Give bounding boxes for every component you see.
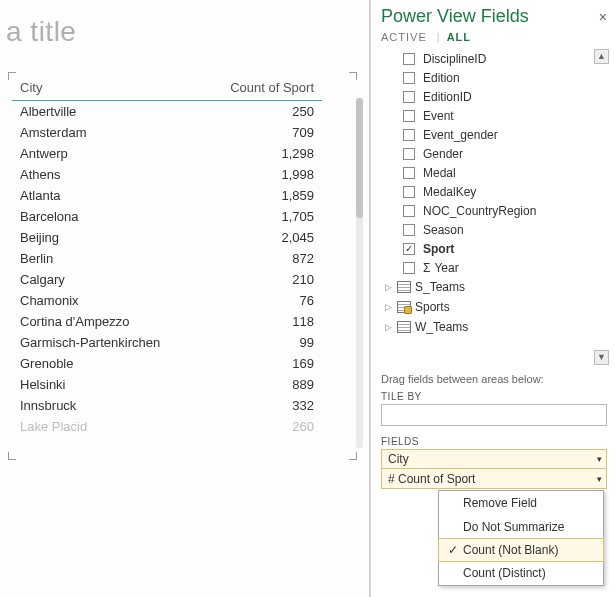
cell-city: Grenoble <box>12 353 201 374</box>
cell-count: 118 <box>201 311 322 332</box>
cell-count: 1,298 <box>201 143 322 164</box>
field-item[interactable]: ✓Sport <box>403 239 607 258</box>
data-table: City Count of Sport Albertville250Amster… <box>12 76 322 437</box>
checkbox-icon[interactable] <box>403 148 415 160</box>
cell-count: 1,859 <box>201 185 322 206</box>
table-row[interactable]: Innsbruck332 <box>12 395 322 416</box>
checkbox-icon[interactable] <box>403 72 415 84</box>
field-item[interactable]: Edition <box>403 68 607 87</box>
cell-city: Amsterdam <box>12 122 201 143</box>
cell-city: Athens <box>12 164 201 185</box>
field-item[interactable]: NOC_CountryRegion <box>403 201 607 220</box>
cell-city: Innsbruck <box>12 395 201 416</box>
checkbox-icon[interactable] <box>403 224 415 236</box>
cell-city: Antwerp <box>12 143 201 164</box>
tile-by-dropzone[interactable] <box>381 404 607 426</box>
checkbox-icon[interactable] <box>403 110 415 122</box>
checkbox-icon[interactable] <box>403 186 415 198</box>
fieldwell-item[interactable]: City▾ <box>381 449 607 469</box>
cell-city: Helsinki <box>12 374 201 395</box>
cell-count: 210 <box>201 269 322 290</box>
fieldwell-label: City <box>388 452 409 466</box>
column-header-count[interactable]: Count of Sport <box>201 76 322 101</box>
field-item[interactable]: EditionID <box>403 87 607 106</box>
dropdown-icon[interactable]: ▾ <box>597 454 602 464</box>
field-list-region: ▲ DisciplineIDEditionEditionIDEventEvent… <box>381 49 607 365</box>
field-item[interactable]: Medal <box>403 163 607 182</box>
table-icon <box>397 321 411 333</box>
table-row[interactable]: Berlin872 <box>12 248 322 269</box>
tab-all[interactable]: ALL <box>447 29 479 47</box>
field-item[interactable]: Season <box>403 220 607 239</box>
table-row[interactable]: Calgary210 <box>12 269 322 290</box>
table-visual[interactable]: City Count of Sport Albertville250Amster… <box>12 76 353 456</box>
table-row[interactable]: Chamonix76 <box>12 290 322 311</box>
context-menu-item[interactable]: ✓Count (Not Blank) <box>438 538 604 562</box>
table-viewport: City Count of Sport Albertville250Amster… <box>12 76 353 456</box>
expand-icon[interactable]: ▷ <box>385 282 395 292</box>
field-label: Sport <box>423 242 454 256</box>
table-row[interactable]: Helsinki889 <box>12 374 322 395</box>
field-item[interactable]: ΣYear <box>403 258 607 277</box>
checkbox-icon[interactable] <box>403 167 415 179</box>
checkbox-icon[interactable] <box>403 53 415 65</box>
table-row[interactable]: Beijing2,045 <box>12 227 322 248</box>
close-icon[interactable]: × <box>599 9 607 25</box>
field-item[interactable]: Event_gender <box>403 125 607 144</box>
table-row[interactable]: Atlanta1,859 <box>12 185 322 206</box>
table-scrollbar-thumb[interactable] <box>356 98 363 218</box>
expand-icon[interactable]: ▷ <box>385 322 395 332</box>
checkbox-icon[interactable] <box>403 129 415 141</box>
field-label: Edition <box>423 71 460 85</box>
table-folder[interactable]: ▷W_Teams <box>381 317 607 337</box>
fieldwell-item[interactable]: # Count of Sport▾ <box>381 469 607 489</box>
folder-label: S_Teams <box>415 280 465 294</box>
checkbox-icon[interactable] <box>403 91 415 103</box>
field-label: Year <box>434 261 458 275</box>
field-item[interactable]: Gender <box>403 144 607 163</box>
table-row[interactable]: Grenoble169 <box>12 353 322 374</box>
cell-city: Berlin <box>12 248 201 269</box>
title-placeholder[interactable]: a title <box>0 8 369 76</box>
column-header-city[interactable]: City <box>12 76 201 101</box>
table-row[interactable]: Athens1,998 <box>12 164 322 185</box>
checkbox-icon[interactable]: ✓ <box>403 243 415 255</box>
expand-icon[interactable]: ▷ <box>385 302 395 312</box>
context-menu-item[interactable]: Remove Field <box>439 491 603 515</box>
table-folder[interactable]: ▷Sports <box>381 297 607 317</box>
drag-hint: Drag fields between areas below: <box>381 373 607 385</box>
field-label: EditionID <box>423 90 472 104</box>
field-scroll-up[interactable]: ▲ <box>594 49 609 64</box>
table-scrollbar[interactable] <box>356 98 363 448</box>
pane-title: Power View Fields <box>381 6 529 27</box>
field-item[interactable]: Event <box>403 106 607 125</box>
dropdown-icon[interactable]: ▾ <box>597 474 602 484</box>
table-row[interactable]: Albertville250 <box>12 101 322 123</box>
cell-count: 2,045 <box>201 227 322 248</box>
table-row[interactable]: Antwerp1,298 <box>12 143 322 164</box>
field-item[interactable]: MedalKey <box>403 182 607 201</box>
tab-active[interactable]: ACTIVE <box>381 29 435 47</box>
cell-count: 1,998 <box>201 164 322 185</box>
field-label: MedalKey <box>423 185 476 199</box>
table-row[interactable]: Lake Placid260 <box>12 416 322 437</box>
context-menu-label: Count (Not Blank) <box>463 543 558 557</box>
table-row[interactable]: Garmisch-Partenkirchen99 <box>12 332 322 353</box>
context-menu-item[interactable]: Count (Distinct) <box>439 561 603 585</box>
field-label: NOC_CountryRegion <box>423 204 536 218</box>
table-fade <box>12 438 353 456</box>
table-row[interactable]: Cortina d'Ampezzo118 <box>12 311 322 332</box>
context-menu-label: Count (Distinct) <box>463 566 546 580</box>
context-menu-item[interactable]: Do Not Summarize <box>439 515 603 539</box>
table-row[interactable]: Barcelona1,705 <box>12 206 322 227</box>
field-item[interactable]: DisciplineID <box>403 49 607 68</box>
cell-city: Albertville <box>12 101 201 123</box>
checkbox-icon[interactable] <box>403 262 415 274</box>
checkbox-icon[interactable] <box>403 205 415 217</box>
fieldwell-label: # Count of Sport <box>388 472 475 486</box>
table-folder[interactable]: ▷S_Teams <box>381 277 607 297</box>
field-label: DisciplineID <box>423 52 486 66</box>
field-scroll-down[interactable]: ▼ <box>594 350 609 365</box>
table-row[interactable]: Amsterdam709 <box>12 122 322 143</box>
check-icon: ✓ <box>443 543 463 557</box>
